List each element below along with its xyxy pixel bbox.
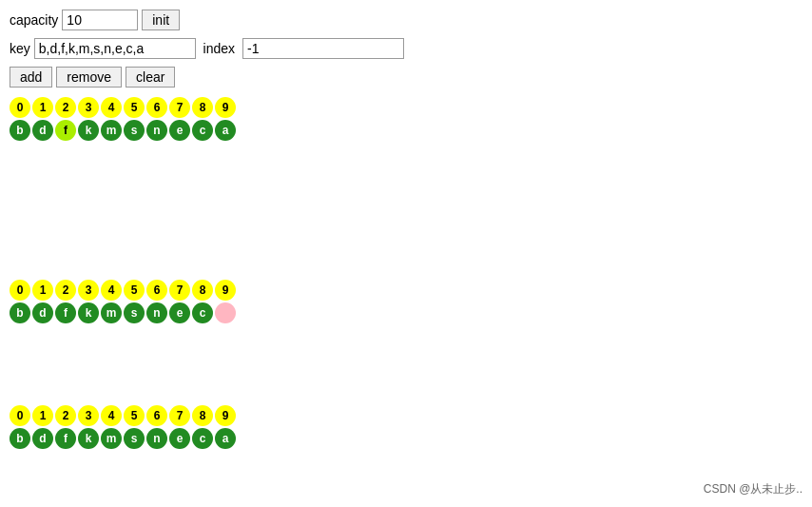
index-cell: 5 — [124, 405, 145, 426]
key-input[interactable] — [34, 38, 196, 59]
bucket-row-2: bdfkmsnec — [10, 302, 802, 323]
index-cell: 2 — [55, 280, 76, 301]
capacity-label: capacity — [10, 12, 58, 28]
index-cell: 4 — [101, 97, 122, 118]
index-cell: 3 — [78, 97, 99, 118]
spacer-2 — [10, 339, 802, 396]
bucket-cell: e — [169, 428, 190, 449]
bucket-cell: k — [78, 428, 99, 449]
key-row: key index — [10, 38, 802, 59]
index-cell: 8 — [192, 280, 213, 301]
action-buttons-row: add remove clear — [10, 67, 802, 88]
bucket-cell: f — [55, 120, 76, 141]
index-cell: 9 — [215, 405, 236, 426]
bucket-cell: m — [101, 302, 122, 323]
bucket-cell: n — [146, 428, 167, 449]
index-cell: 5 — [124, 97, 145, 118]
index-cell: 8 — [192, 405, 213, 426]
bucket-cell: e — [169, 120, 190, 141]
bucket-cell: c — [192, 120, 213, 141]
index-cell: 6 — [146, 405, 167, 426]
index-label: index — [203, 41, 235, 56]
bucket-cell: b — [10, 428, 30, 449]
bucket-cell: d — [32, 428, 53, 449]
remove-button[interactable]: remove — [56, 67, 122, 88]
bucket-row-1: bdfkmsneca — [10, 120, 802, 141]
index-cell: 1 — [32, 97, 53, 118]
capacity-input[interactable] — [62, 10, 138, 30]
index-cell: 0 — [10, 405, 30, 426]
index-cell: 0 — [10, 97, 30, 118]
init-button[interactable]: init — [142, 10, 180, 30]
index-cell: 1 — [32, 280, 53, 301]
bucket-cell: d — [32, 302, 53, 323]
index-cell: 9 — [215, 280, 236, 301]
bucket-cell: e — [169, 302, 190, 323]
hash-section-2: 0123456789 bdfkmsnec — [10, 280, 802, 323]
index-cell: 0 — [10, 280, 30, 301]
bucket-cell: c — [192, 428, 213, 449]
bucket-cell: s — [124, 120, 145, 141]
index-cell: 4 — [101, 405, 122, 426]
index-row-3: 0123456789 — [10, 405, 802, 426]
bucket-cell: m — [101, 120, 122, 141]
bucket-cell: k — [78, 120, 99, 141]
index-cell: 9 — [215, 97, 236, 118]
bucket-cell: k — [78, 302, 99, 323]
bucket-cell: s — [124, 302, 145, 323]
hash-section-1: 0123456789 bdfkmsneca — [10, 97, 802, 141]
index-cell: 4 — [101, 280, 122, 301]
bucket-cell: f — [55, 302, 76, 323]
index-cell: 2 — [55, 97, 76, 118]
index-row-2: 0123456789 — [10, 280, 802, 301]
index-cell: 6 — [146, 97, 167, 118]
bucket-cell: s — [124, 428, 145, 449]
index-cell: 7 — [169, 97, 190, 118]
bucket-cell: d — [32, 120, 53, 141]
index-cell: 1 — [32, 405, 53, 426]
clear-button[interactable]: clear — [126, 67, 175, 88]
bucket-cell: n — [146, 120, 167, 141]
index-cell: 5 — [124, 280, 145, 301]
index-cell: 2 — [55, 405, 76, 426]
spacer-1 — [10, 156, 802, 270]
index-cell: 7 — [169, 405, 190, 426]
watermark: CSDN @从未止步.. — [704, 481, 802, 497]
bucket-row-3: bdfkmsneca — [10, 428, 802, 449]
index-cell: 3 — [78, 405, 99, 426]
bucket-cell: a — [215, 428, 236, 449]
index-cell: 6 — [146, 280, 167, 301]
index-input[interactable] — [242, 38, 404, 59]
index-row-1: 0123456789 — [10, 97, 802, 118]
bucket-cell: b — [10, 120, 30, 141]
capacity-row: capacity init — [10, 10, 802, 30]
index-cell: 7 — [169, 280, 190, 301]
index-cell: 8 — [192, 97, 213, 118]
bucket-cell: f — [55, 428, 76, 449]
bucket-cell: c — [192, 302, 213, 323]
add-button[interactable]: add — [10, 67, 52, 88]
bucket-cell: a — [215, 120, 236, 141]
bucket-cell: b — [10, 302, 30, 323]
hash-section-3: 0123456789 bdfkmsneca — [10, 405, 802, 449]
bucket-cell — [215, 302, 236, 323]
bucket-cell: n — [146, 302, 167, 323]
bucket-cell: m — [101, 428, 122, 449]
key-label: key — [10, 41, 30, 56]
index-cell: 3 — [78, 280, 99, 301]
